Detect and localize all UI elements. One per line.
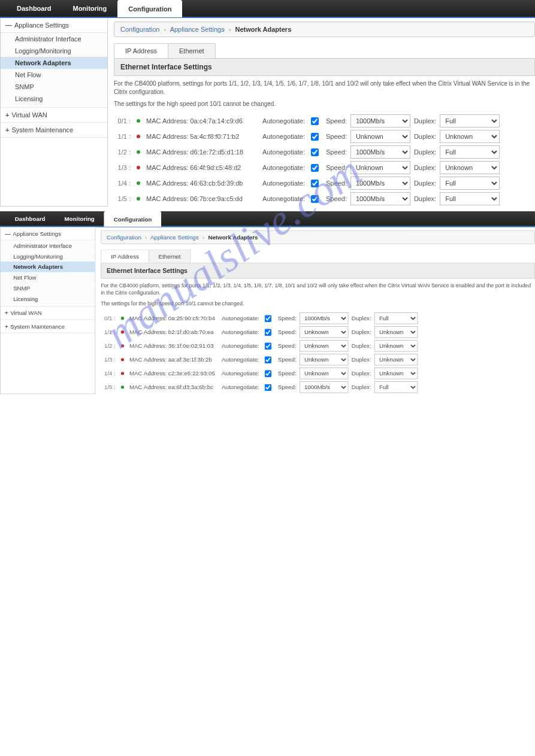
sidebar-sec-sysmaint[interactable]: +System Maintenance — [1, 123, 107, 138]
sidebar-item-admin-interface[interactable]: Administrator Interface — [1, 33, 107, 45]
mac-address: MAC Address: 36:1f:0e:02:91:03 — [129, 342, 217, 349]
duplex-label: Duplex: — [413, 133, 437, 140]
speed-select[interactable]: 1000Mb/sUnknown — [350, 114, 410, 127]
autonegotiate-checkbox[interactable] — [265, 356, 272, 363]
tab-configuration[interactable]: Configuration — [104, 211, 162, 227]
duplex-select[interactable]: FullUnknown — [374, 312, 418, 324]
crumb-configuration[interactable]: Configuration — [120, 26, 159, 33]
tab-dashboard[interactable]: Dashboard — [6, 0, 62, 17]
autonegotiate-checkbox[interactable] — [311, 133, 319, 141]
sidebar-appliance-items: Administrator Interface Logging/Monitori… — [1, 241, 95, 307]
sidebar-item-network-adapters[interactable]: Network Adapters — [1, 57, 107, 69]
autonegotiate-checkbox[interactable] — [265, 315, 272, 322]
screenshot-block-2: Dashboard Monitoring Configuration —Appl… — [0, 211, 535, 394]
speed-select[interactable]: 1000Mb/sUnknown — [350, 177, 410, 190]
sidebar-item-licensing[interactable]: Licensing — [1, 293, 95, 304]
sidebar-appliance-label: Appliance Settings — [14, 22, 69, 29]
tab-monitoring[interactable]: Monitoring — [62, 0, 117, 17]
ethernet-row: 1/5 :MAC Address: ea:6f:d3:3a:6b:bcAuton… — [101, 380, 535, 394]
duplex-select[interactable]: FullUnknown — [374, 340, 418, 351]
speed-label: Speed: — [277, 371, 297, 377]
plus-icon: + — [5, 126, 9, 133]
speed-select[interactable]: 1000Mb/sUnknown — [350, 161, 410, 174]
autonegotiate-checkbox[interactable] — [311, 164, 319, 172]
sidebar-sec-appliance[interactable]: —Appliance Settings — [1, 18, 107, 33]
sidebar-item-netflow[interactable]: Net Flow — [1, 69, 107, 81]
speed-select[interactable]: 1000Mb/sUnknown — [300, 326, 348, 338]
crumb-appliance-settings[interactable]: Appliance Settings — [170, 26, 225, 33]
subtab-ethernet[interactable]: Ethernet — [149, 250, 191, 263]
speed-select[interactable]: 1000Mb/sUnknown — [300, 340, 348, 351]
subtab-ip-address[interactable]: IP Address — [101, 250, 149, 263]
mac-address: MAC Address: b2:1f:d0:ab:70:ea — [129, 329, 217, 335]
autonegotiate-checkbox[interactable] — [265, 384, 272, 391]
tab-configuration[interactable]: Configuration — [117, 0, 182, 17]
duplex-select[interactable]: FullUnknown — [374, 368, 418, 379]
sidebar-item-snmp[interactable]: SNMP — [1, 81, 107, 93]
speed-select[interactable]: 1000Mb/sUnknown — [300, 312, 348, 324]
sidebar-sec-virtualwan[interactable]: +Virtual WAN — [1, 306, 95, 320]
sidebar-sysmaint-label: System Maintenance — [11, 126, 73, 133]
port-label: 1/3 : — [101, 356, 116, 363]
duplex-label: Duplex: — [413, 195, 437, 202]
speed-label: Speed: — [277, 315, 297, 321]
autonegotiate-checkbox[interactable] — [265, 370, 272, 377]
duplex-select[interactable]: FullUnknown — [374, 381, 418, 393]
crumb-appliance-settings[interactable]: Appliance Settings — [150, 234, 199, 241]
subtab-ethernet[interactable]: Ethernet — [168, 43, 216, 58]
sidebar-item-network-adapters[interactable]: Network Adapters — [1, 262, 95, 272]
sidebar-item-logging[interactable]: Logging/Monitoring — [1, 251, 95, 262]
speed-select[interactable]: 1000Mb/sUnknown — [350, 145, 410, 159]
tab-monitoring[interactable]: Monitoring — [55, 211, 104, 227]
duplex-select[interactable]: FullUnknown — [440, 145, 500, 159]
speed-select[interactable]: 1000Mb/sUnknown — [350, 130, 410, 143]
speed-label: Speed: — [277, 342, 297, 349]
autonegotiate-checkbox[interactable] — [311, 180, 319, 187]
duplex-select[interactable]: FullUnknown — [440, 192, 500, 205]
subtabs: IP Address Ethernet — [114, 43, 535, 59]
port-label: 1/5 : — [101, 384, 116, 391]
speed-label: Speed: — [325, 180, 348, 187]
speed-select[interactable]: 1000Mb/sUnknown — [300, 381, 348, 393]
autonegotiate-checkbox[interactable] — [265, 329, 272, 336]
status-down-icon — [137, 135, 140, 138]
sidebar-sec-appliance[interactable]: —Appliance Settings — [1, 227, 95, 241]
duplex-select[interactable]: FullUnknown — [440, 177, 500, 190]
duplex-select[interactable]: FullUnknown — [440, 114, 500, 127]
duplex-label: Duplex: — [350, 356, 373, 363]
autonegotiate-checkbox[interactable] — [265, 342, 272, 350]
port-label: 1/2 : — [101, 342, 116, 349]
chevron-right-icon: › — [229, 26, 231, 33]
mac-address: MAC Address: 66:4f:9d:c5:48:d2 — [146, 164, 257, 171]
sidebar-item-logging[interactable]: Logging/Monitoring — [1, 45, 107, 57]
duplex-select[interactable]: FullUnknown — [374, 354, 418, 365]
sidebar-item-snmp[interactable]: SNMP — [1, 283, 95, 293]
duplex-select[interactable]: FullUnknown — [440, 130, 500, 143]
sidebar: —Appliance Settings Administrator Interf… — [0, 227, 95, 394]
autonegotiate-checkbox[interactable] — [311, 117, 319, 125]
duplex-select[interactable]: FullUnknown — [440, 161, 500, 174]
subtab-ip-address[interactable]: IP Address — [114, 43, 168, 58]
plus-icon: + — [5, 111, 9, 119]
tab-dashboard[interactable]: Dashboard — [5, 211, 55, 227]
main-panel: Configuration › Appliance Settings › Net… — [95, 227, 535, 394]
ethernet-row: 1/4 :MAC Address: c2:3e:e5:22:93:05Auton… — [101, 366, 535, 380]
sidebar-item-admin-interface[interactable]: Administrator Interface — [1, 241, 95, 251]
sidebar-item-licensing[interactable]: Licensing — [1, 93, 107, 105]
sidebar-sec-virtualwan[interactable]: +Virtual WAN — [1, 108, 107, 123]
duplex-select[interactable]: FullUnknown — [374, 326, 418, 338]
status-up-icon — [137, 181, 140, 185]
speed-select[interactable]: 1000Mb/sUnknown — [350, 192, 410, 205]
sidebar-appliance-items: Administrator Interface Logging/Monitori… — [1, 33, 107, 108]
autonegotiate-label: Autonegotiate: — [259, 148, 305, 156]
speed-select[interactable]: 1000Mb/sUnknown — [300, 368, 348, 379]
autonegotiate-checkbox[interactable] — [311, 195, 319, 203]
duplex-label: Duplex: — [350, 315, 373, 321]
crumb-configuration[interactable]: Configuration — [107, 234, 141, 241]
autonegotiate-label: Autonegotiate: — [259, 180, 305, 187]
sidebar-sec-sysmaint[interactable]: +System Maintenance — [1, 320, 95, 333]
autonegotiate-checkbox[interactable] — [311, 148, 319, 156]
sidebar-item-netflow[interactable]: Net Flow — [1, 272, 95, 283]
speed-select[interactable]: 1000Mb/sUnknown — [300, 354, 348, 365]
mac-address: MAC Address: 5a:4c:f8:f0:71:b2 — [146, 133, 257, 140]
